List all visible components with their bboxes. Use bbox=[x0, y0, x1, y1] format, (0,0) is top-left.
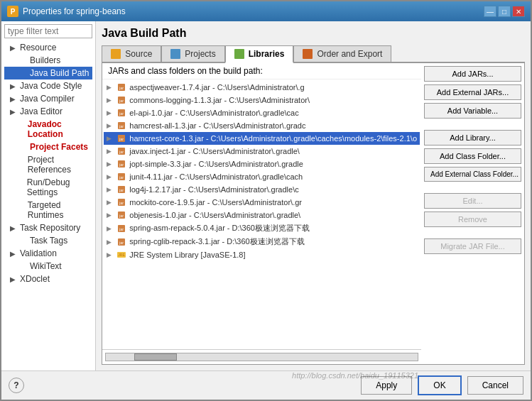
jar-item-arrow: ▶ bbox=[107, 251, 114, 258]
jar-item-arrow: ▶ bbox=[107, 238, 114, 246]
tree-item-label: Validation bbox=[20, 248, 57, 258]
jar-item-name: junit-4.11.jar - C:\Users\Administrator\… bbox=[129, 172, 417, 181]
jar-list-container: JARs and class folders on the build path… bbox=[102, 63, 421, 364]
jar-list-item[interactable]: ▶jarspring-asm-repack-5.0.4.jar - D:\360… bbox=[104, 221, 420, 235]
jar-icon: jar bbox=[116, 133, 126, 143]
close-button[interactable]: ✕ bbox=[512, 6, 525, 17]
tree-arrow: ▶ bbox=[10, 44, 17, 52]
jar-list-item[interactable]: ▶jarjunit-4.11.jar - C:\Users\Administra… bbox=[104, 170, 420, 183]
jar-list-item[interactable]: ▶jaraspectjweaver-1.7.4.jar - C:\Users\A… bbox=[104, 81, 420, 94]
add-external-class-folder-button[interactable]: Add External Class Folder... bbox=[424, 167, 521, 182]
tree-item-targeted-runtimes[interactable]: Targeted Runtimes bbox=[4, 199, 92, 221]
add-variable-button[interactable]: Add Variable... bbox=[424, 103, 521, 119]
jar-list-item[interactable]: ▶jarmockito-core-1.9.5.jar - C:\Users\Ad… bbox=[104, 196, 420, 209]
tree-item-task-repository[interactable]: ▶Task Repository bbox=[4, 221, 92, 234]
dialog-title: Properties for spring-beans bbox=[23, 6, 126, 16]
tree-item-project-facets[interactable]: Project Facets bbox=[4, 141, 92, 153]
svg-text:jar: jar bbox=[119, 111, 124, 116]
add-jars-button[interactable]: Add JARs... bbox=[424, 66, 521, 82]
jar-list[interactable]: ▶jaraspectjweaver-1.7.4.jar - C:\Users\A… bbox=[102, 79, 421, 349]
tree-arrow: ▶ bbox=[10, 108, 17, 116]
cancel-button[interactable]: Cancel bbox=[467, 376, 523, 395]
tree-item-java-code-style[interactable]: ▶Java Code Style bbox=[4, 79, 92, 92]
svg-text:jar: jar bbox=[119, 124, 124, 128]
jar-item-arrow: ▶ bbox=[107, 148, 114, 155]
tree-arrow: ▶ bbox=[10, 224, 17, 232]
tree-item-label: Task Repository bbox=[20, 223, 80, 233]
edit-button[interactable]: Edit... bbox=[424, 193, 521, 209]
svg-text:jar: jar bbox=[119, 175, 124, 180]
tree-item-java-editor[interactable]: ▶Java Editor bbox=[4, 105, 92, 118]
migrate-jar-button[interactable]: Migrate JAR File... bbox=[424, 238, 521, 254]
watermark: http://blog.csdn.net/baidu_19115321 bbox=[292, 371, 418, 380]
tree-item-run-debug-settings[interactable]: Run/Debug Settings bbox=[4, 176, 92, 199]
tree-item-label: Project References bbox=[28, 155, 90, 175]
tree-arrow: ▶ bbox=[10, 95, 17, 103]
ok-button[interactable]: OK bbox=[418, 375, 461, 395]
jar-item-name: javax.inject-1.jar - C:\Users\Administra… bbox=[129, 147, 417, 155]
tab-source[interactable]: Source bbox=[102, 45, 161, 62]
jar-item-name: aspectjweaver-1.7.4.jar - C:\Users\Admin… bbox=[129, 83, 417, 92]
tree-item-label: Java Build Path bbox=[30, 68, 89, 78]
horizontal-scrollbar[interactable] bbox=[105, 353, 418, 361]
tree-item-wikitext[interactable]: WikiText bbox=[4, 260, 92, 273]
jar-item-name: log4j-1.2.17.jar - C:\Users\Administrato… bbox=[129, 185, 417, 194]
maximize-button[interactable]: □ bbox=[498, 6, 511, 17]
jar-list-item[interactable]: ▶jarlog4j-1.2.17.jar - C:\Users\Administ… bbox=[104, 183, 420, 196]
tree-arrow: ▶ bbox=[10, 275, 17, 283]
add-class-folder-button[interactable]: Add Class Folder... bbox=[424, 148, 521, 164]
jar-item-arrow: ▶ bbox=[107, 212, 114, 219]
tree-item-label: WikiText bbox=[30, 261, 62, 271]
tree-item-xdoclet[interactable]: ▶XDoclet bbox=[4, 273, 92, 285]
jar-list-item[interactable]: ▶JREJRE System Library [JavaSE-1.8] bbox=[104, 248, 420, 261]
jar-item-arrow: ▶ bbox=[107, 109, 114, 116]
tabs: Source Projects Libraries Order and Expo… bbox=[102, 45, 525, 63]
scrollbar-container bbox=[102, 349, 421, 364]
tab-order-export[interactable]: Order and Export bbox=[293, 45, 391, 62]
filter-input[interactable] bbox=[4, 24, 92, 38]
jar-list-item[interactable]: ▶jarspring-cglib-repack-3.1.jar - D:\360… bbox=[104, 235, 420, 248]
jar-list-item[interactable]: ▶jarobjenesis-1.0.jar - C:\Users\Adminis… bbox=[104, 209, 420, 221]
tab-projects[interactable]: Projects bbox=[161, 45, 224, 62]
jar-list-item[interactable]: ▶jarhamcrest-all-1.3.jar - C:\Users\Admi… bbox=[104, 119, 420, 132]
tree-item-java-build-path[interactable]: Java Build Path bbox=[4, 67, 92, 79]
jar-item-arrow: ▶ bbox=[107, 186, 114, 193]
minimize-button[interactable]: — bbox=[484, 6, 496, 17]
tree-item-validation[interactable]: ▶Validation bbox=[4, 247, 92, 260]
jar-icon: jar bbox=[116, 172, 126, 182]
tree-item-javadoc-location[interactable]: Javadoc Location bbox=[4, 118, 92, 141]
jar-item-arrow: ▶ bbox=[107, 225, 114, 232]
jar-item-arrow: ▶ bbox=[107, 173, 114, 180]
tree-item-resource[interactable]: ▶Resource bbox=[4, 41, 92, 54]
svg-text:jar: jar bbox=[119, 188, 124, 192]
svg-text:jar: jar bbox=[119, 163, 124, 167]
jar-icon: jar bbox=[116, 82, 126, 92]
left-panel: ▶ResourceBuildersJava Build Path▶Java Co… bbox=[1, 21, 96, 370]
remove-button[interactable]: Remove bbox=[424, 212, 521, 227]
jar-item-arrow: ▶ bbox=[107, 97, 114, 104]
tree-container: ▶ResourceBuildersJava Build Path▶Java Co… bbox=[4, 41, 92, 285]
svg-text:JRE: JRE bbox=[119, 253, 126, 257]
help-button[interactable]: ? bbox=[9, 378, 24, 393]
jar-item-name: JRE System Library [JavaSE-1.8] bbox=[129, 251, 417, 259]
jar-list-item[interactable]: ▶jarjopt-simple-3.3.jar - C:\Users\Admin… bbox=[104, 158, 420, 170]
jar-item-name: objenesis-1.0.jar - C:\Users\Administrat… bbox=[129, 211, 417, 219]
tree-item-java-compiler[interactable]: ▶Java Compiler bbox=[4, 92, 92, 105]
jar-list-item[interactable]: ▶jarel-api-1.0.jar - C:\Users\Administra… bbox=[104, 106, 420, 119]
scrollbar-thumb[interactable] bbox=[134, 353, 177, 361]
add-external-jars-button[interactable]: Add External JARs... bbox=[424, 84, 521, 100]
jar-item-arrow: ▶ bbox=[107, 135, 114, 142]
source-tab-icon bbox=[111, 49, 121, 59]
tree-item-label: Javadoc Location bbox=[28, 119, 90, 139]
jar-list-item[interactable]: ▶jarcommons-logging-1.1.3.jar - C:\Users… bbox=[104, 94, 420, 106]
tab-libraries[interactable]: Libraries bbox=[225, 45, 294, 63]
tree-item-builders[interactable]: Builders bbox=[4, 54, 92, 67]
add-library-button[interactable]: Add Library... bbox=[424, 130, 521, 145]
tree-item-label: XDoclet bbox=[20, 274, 50, 284]
jar-icon: jar bbox=[116, 185, 126, 194]
tree-item-task-tags[interactable]: Task Tags bbox=[4, 234, 92, 247]
tree-item-project-references[interactable]: Project References bbox=[4, 153, 92, 176]
tree-item-label: Task Tags bbox=[30, 236, 67, 246]
jar-list-item[interactable]: ▶jarjavax.inject-1.jar - C:\Users\Admini… bbox=[104, 145, 420, 158]
jar-list-item[interactable]: ▶jarhamcrest-core-1.3.jar - C:\Users\Adm… bbox=[104, 132, 420, 145]
